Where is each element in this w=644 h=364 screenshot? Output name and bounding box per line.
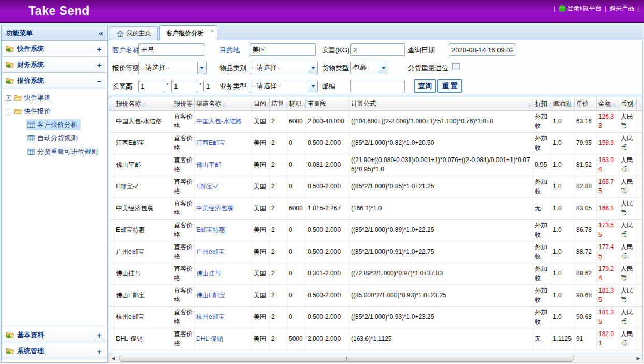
customer-name-input[interactable]: [138, 43, 204, 56]
sidebar-section-快件系统[interactable]: 快件系统+: [2, 41, 107, 57]
sidebar-section-系统管理[interactable]: 系统管理+: [2, 343, 107, 359]
sidebar-section-财务系统[interactable]: 财务系统+: [2, 57, 107, 73]
main-panel: 我的主页 客户报价分析 × 客户名称 目的地 实重(KG) 查询日期 报价等级: [109, 25, 643, 363]
scroll-left-icon[interactable]: ◀: [109, 354, 118, 362]
cargo-type-select[interactable]: 包裹: [350, 62, 388, 74]
cell-channel[interactable]: 江西E邮宝: [195, 133, 252, 154]
cell-channel[interactable]: DHL-促销: [195, 328, 252, 350]
carry-weight-checkbox[interactable]: [452, 63, 460, 70]
chevron-down-icon[interactable]: [197, 62, 206, 74]
reset-button[interactable]: 重 置: [437, 79, 462, 93]
login-kwei-link[interactable]: 登录k微平台: [559, 4, 602, 13]
cell-range: 0.500-2.000: [306, 176, 349, 197]
toggle-icon[interactable]: −: [96, 77, 103, 85]
chevron-down-icon[interactable]: [379, 62, 388, 74]
weight-input[interactable]: [350, 43, 405, 56]
accordion-top: 快件系统+财务系统+报价系统−: [2, 41, 107, 89]
cell-range: 1.815-2.267: [306, 198, 349, 219]
table-row[interactable]: 杭州e邮宝直客价格杭州e邮宝美国200.500-2.000((85*2/1.00…: [109, 307, 642, 328]
business-type-select[interactable]: --请选择--: [250, 80, 318, 92]
table-row[interactable]: 广州e邮宝直客价格广州e邮宝美国200.500-2.000((85*2/1.00…: [109, 241, 642, 263]
column-header-settle[interactable]: 结算△: [270, 97, 287, 110]
horizontal-scrollbar[interactable]: ◀ ▶: [109, 354, 643, 363]
toggle-icon[interactable]: +: [96, 45, 103, 53]
folder-arrow-icon: [6, 45, 14, 53]
content-area: 功能菜单 « 快件系统+财务系统+报价系统− +快件渠道-快件报价客户报价分析自…: [0, 23, 644, 363]
column-header-unit[interactable]: 单价: [575, 97, 597, 110]
cell-settle: 2: [270, 176, 287, 197]
column-header-channel[interactable]: 渠道名称△: [195, 97, 252, 110]
buy-product-link[interactable]: 购买产品: [609, 4, 634, 13]
sidebar-item-partial[interactable]: +: [2, 359, 107, 362]
column-header-vol[interactable]: 材积△: [287, 97, 306, 110]
table-row[interactable]: DHL-促销直客价格DHL-促销美国250002.000-2.000(163.6…: [109, 328, 642, 350]
cell-channel[interactable]: 广州e邮宝: [195, 241, 252, 263]
sidebar-section-[interactable]: +: [2, 359, 107, 362]
cell-name: E邮宝-Z: [114, 176, 172, 197]
scrollbar-thumb[interactable]: [119, 355, 574, 362]
table-row[interactable]: E邮宝-Z直客价格E邮宝-Z美国200.500-2.000((85*2/1.00…: [109, 176, 642, 198]
cell-formula: ((21.90+((0.080-0.031)/0.001+1)*0.076+((…: [349, 154, 533, 176]
tree-leaf-客户报价分析[interactable]: 客户报价分析: [2, 118, 107, 132]
zip-input[interactable]: [350, 80, 405, 92]
column-header-sel[interactable]: [109, 97, 114, 110]
item-category-select[interactable]: --请选择--: [250, 62, 318, 74]
cell-channel[interactable]: E邮宝特惠: [195, 220, 252, 241]
toggle-icon[interactable]: +: [96, 331, 103, 340]
table-row[interactable]: 佛山平邮直客价格佛山平邮美国200.081-2.000((21.90+((0.0…: [109, 154, 642, 176]
column-header-amount[interactable]: 金额△: [597, 97, 619, 110]
table-row[interactable]: 中美经济包裹直客价格中美经济包裹美国260001.815-2.267(166.1…: [109, 198, 642, 220]
cell-currency: 人民币: [619, 328, 637, 350]
collapse-icon[interactable]: «: [99, 29, 103, 37]
cell-channel[interactable]: 佛山平邮: [195, 154, 252, 176]
tree-leaf-分货重量可进位规则[interactable]: 分货重量可进位规则: [2, 145, 107, 158]
cell-vol: 6000: [287, 111, 306, 132]
table-row[interactable]: 江西E邮宝直客价格江西E邮宝美国200.500-2.000((85*2/1.00…: [109, 133, 642, 154]
cell-channel[interactable]: 杭州e邮宝: [195, 307, 252, 328]
cell-channel[interactable]: E邮宝-Z: [195, 176, 252, 197]
column-header-fuel[interactable]: 燃油附△: [551, 97, 575, 110]
toggle-icon[interactable]: +: [96, 61, 103, 69]
column-header-name[interactable]: 报价名称△: [114, 97, 172, 110]
table-row[interactable]: 佛山挂号直客价格佛山挂号美国200.301-2.000((72.89*2/1.0…: [109, 263, 642, 285]
sidebar-section-基本资料[interactable]: 基本资料+: [2, 327, 107, 343]
toggle-icon[interactable]: +: [96, 347, 103, 356]
destination-input[interactable]: [250, 43, 316, 56]
tab-my-home[interactable]: 我的主页: [110, 26, 158, 40]
column-header-range[interactable]: 重量段: [306, 97, 349, 110]
cell-channel[interactable]: 佛山E邮宝: [195, 285, 252, 306]
query-button[interactable]: 查询: [414, 79, 436, 93]
tree-node-快件渠道[interactable]: +快件渠道: [2, 91, 107, 105]
chevron-down-icon[interactable]: [309, 80, 317, 92]
table-row[interactable]: 佛山E邮宝直客价格佛山E邮宝美国200.500-2.000((85.000*2/…: [109, 285, 642, 307]
length-input[interactable]: [138, 80, 164, 92]
width-input[interactable]: [171, 80, 197, 92]
top-bar: Take Send | 登录k微平台 | 购买产品 |: [0, 0, 644, 23]
column-header-currency[interactable]: 币别△: [619, 97, 637, 110]
separator: |: [637, 5, 639, 12]
sidebar-section-报价系统[interactable]: 报价系统−: [2, 73, 107, 89]
close-icon[interactable]: ×: [211, 27, 214, 34]
cell-vol: 0: [287, 220, 306, 241]
expander-icon[interactable]: -: [6, 109, 11, 114]
cell-unit: 89.62: [575, 263, 597, 284]
quote-grade-select[interactable]: --请选择--: [138, 62, 207, 74]
column-header-formula[interactable]: 计算公式△: [349, 97, 533, 110]
table-row[interactable]: E邮宝特惠直客价格E邮宝特惠美国200.500-2.000((85*2/1.00…: [109, 220, 642, 241]
tree-node-快件报价[interactable]: -快件报价: [2, 105, 107, 118]
cell-channel[interactable]: 中国大包-水陆路: [195, 111, 252, 132]
chevron-down-icon[interactable]: [309, 62, 317, 74]
column-header-discount[interactable]: 折扣△: [533, 97, 551, 110]
tree-leaf-自动分货规则[interactable]: 自动分货规则: [2, 132, 107, 145]
query-date-input[interactable]: [449, 43, 515, 56]
cell-fuel: 1.0: [551, 198, 575, 219]
cell-channel[interactable]: 中美经济包裹: [195, 198, 252, 219]
expander-icon[interactable]: +: [6, 95, 11, 101]
cell-channel[interactable]: 佛山挂号: [195, 263, 252, 284]
column-header-grade[interactable]: 报价等△: [172, 97, 195, 110]
scroll-right-icon[interactable]: ▶: [634, 354, 642, 362]
column-header-dest[interactable]: 目的△: [252, 97, 270, 110]
tab-customer-quote-analysis[interactable]: 客户报价分析 ×: [159, 25, 217, 40]
table-row[interactable]: 中国大包-水陆路直客价格中国大包-水陆路美国260002.000-40.000(…: [109, 111, 642, 133]
column-header-more[interactable]: [637, 97, 641, 110]
